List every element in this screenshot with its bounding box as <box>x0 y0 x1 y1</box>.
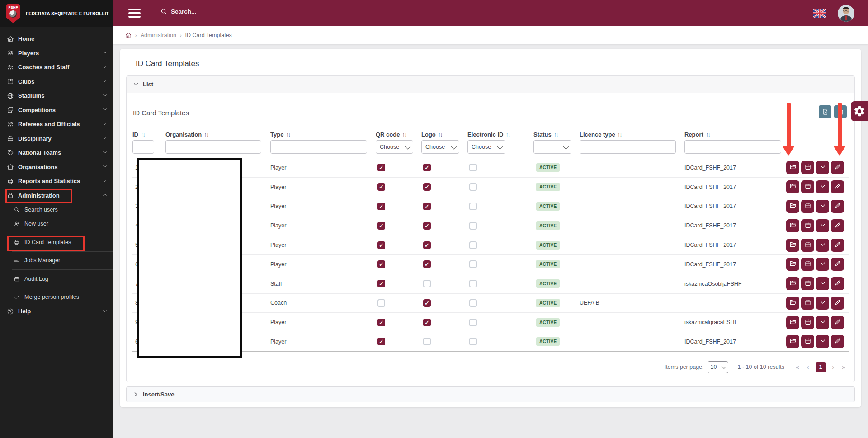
calendar-button[interactable] <box>801 239 814 252</box>
sidebar-item-disciplinary[interactable]: Disciplinary <box>0 132 113 146</box>
edit-template-button[interactable] <box>831 239 844 252</box>
calendar-button[interactable] <box>801 277 814 290</box>
search-input[interactable] <box>171 8 243 15</box>
list-section-header[interactable]: List <box>127 76 854 93</box>
sort-icon[interactable]: ↑↓ <box>286 132 290 138</box>
checked-checkbox-qr[interactable]: ✓ <box>377 241 385 249</box>
unchecked-checkbox-eid[interactable] <box>469 299 477 307</box>
column-header-id[interactable]: ID↑↓ <box>132 131 165 138</box>
insert-save-section[interactable]: Insert/Save <box>126 386 855 402</box>
language-flag-uk[interactable] <box>813 9 826 18</box>
calendar-button[interactable] <box>801 161 814 174</box>
calendar-button[interactable] <box>801 258 814 271</box>
open-template-button[interactable] <box>786 219 799 232</box>
sidebar-item-stadiums[interactable]: Stadiums <box>0 89 113 103</box>
checked-checkbox-qr[interactable]: ✓ <box>377 183 385 191</box>
filter-select-eid[interactable]: Choose <box>467 140 505 154</box>
column-header-type[interactable]: Type↑↓ <box>270 131 376 138</box>
filter-input-organisation[interactable] <box>165 140 261 154</box>
checked-checkbox-qr[interactable]: ✓ <box>377 338 385 345</box>
open-template-button[interactable] <box>786 277 799 290</box>
first-page-button[interactable]: « <box>794 363 801 371</box>
checked-checkbox-logo[interactable]: ✓ <box>423 260 431 268</box>
checked-checkbox-qr[interactable]: ✓ <box>377 260 385 268</box>
column-header-report[interactable]: Report↑↓ <box>684 131 784 138</box>
sort-icon[interactable]: ↑↓ <box>618 132 622 138</box>
expand-row-button[interactable] <box>816 200 829 213</box>
next-page-button[interactable]: › <box>831 363 836 371</box>
filter-select-logo[interactable]: Choose <box>421 140 459 154</box>
open-template-button[interactable] <box>786 297 799 310</box>
checked-checkbox-qr[interactable]: ✓ <box>377 203 385 210</box>
unchecked-checkbox-logo[interactable] <box>423 338 431 345</box>
open-template-button[interactable] <box>786 200 799 213</box>
unchecked-checkbox-eid[interactable] <box>469 338 477 345</box>
unchecked-checkbox-eid[interactable] <box>469 241 477 249</box>
expand-row-button[interactable] <box>816 239 829 252</box>
calendar-button[interactable] <box>801 335 814 348</box>
checked-checkbox-qr[interactable]: ✓ <box>377 222 385 230</box>
sort-icon[interactable]: ↑↓ <box>402 132 406 138</box>
unchecked-checkbox-eid[interactable] <box>469 164 477 171</box>
edit-template-button[interactable] <box>831 335 844 348</box>
filter-input-report[interactable] <box>684 140 781 154</box>
items-per-page-select[interactable]: 10 <box>708 361 728 373</box>
expand-row-button[interactable] <box>816 277 829 290</box>
last-page-button[interactable]: » <box>840 363 847 371</box>
calendar-button[interactable] <box>801 297 814 310</box>
hamburger-menu-icon[interactable] <box>128 7 141 20</box>
sidebar-item-clubs[interactable]: Clubs <box>0 75 113 89</box>
checked-checkbox-logo[interactable]: ✓ <box>423 203 431 210</box>
sidebar-item-competitions[interactable]: Competitions <box>0 103 113 118</box>
open-template-button[interactable] <box>786 316 799 329</box>
edit-template-button[interactable] <box>831 200 844 213</box>
checked-checkbox-logo[interactable]: ✓ <box>423 241 431 249</box>
column-header-licence[interactable]: Licence type↑↓ <box>580 131 684 138</box>
unchecked-checkbox-eid[interactable] <box>469 222 477 230</box>
unchecked-checkbox-eid[interactable] <box>469 183 477 191</box>
edit-template-button[interactable] <box>831 277 844 290</box>
current-page-button[interactable]: 1 <box>816 362 826 372</box>
unchecked-checkbox-eid[interactable] <box>469 203 477 210</box>
column-header-status[interactable]: Status↑↓ <box>533 131 580 138</box>
calendar-button[interactable] <box>801 200 814 213</box>
unchecked-checkbox-eid[interactable] <box>469 319 477 326</box>
expand-row-button[interactable] <box>816 335 829 348</box>
sidebar-item-coaches-and-staff[interactable]: Coaches and Staff <box>0 60 113 75</box>
filter-input-licence[interactable] <box>580 140 676 154</box>
sidebar-item-players[interactable]: Players <box>0 46 113 61</box>
checked-checkbox-logo[interactable]: ✓ <box>423 222 431 230</box>
breadcrumb-home-icon[interactable] <box>125 32 132 38</box>
column-header-eid[interactable]: Electronic ID↑↓ <box>467 131 533 138</box>
checked-checkbox-logo[interactable]: ✓ <box>423 299 431 307</box>
checked-checkbox-logo[interactable]: ✓ <box>423 319 431 326</box>
calendar-button[interactable] <box>801 219 814 232</box>
open-template-button[interactable] <box>786 258 799 271</box>
sort-icon[interactable]: ↑↓ <box>438 132 442 138</box>
sort-icon[interactable]: ↑↓ <box>204 132 208 138</box>
settings-gear-button[interactable] <box>851 101 868 121</box>
sort-icon[interactable]: ↑↓ <box>554 132 558 138</box>
edit-template-button[interactable] <box>831 219 844 232</box>
filter-select-status[interactable] <box>533 140 571 154</box>
edit-template-button[interactable] <box>831 316 844 329</box>
sidebar-item-audit-log[interactable]: Audit Log <box>0 272 113 286</box>
filter-select-qr[interactable]: Choose <box>376 140 413 154</box>
sort-icon[interactable]: ↑↓ <box>141 132 145 138</box>
sidebar-item-reports-and-statistics[interactable]: Reports and Statistics <box>0 174 113 188</box>
expand-row-button[interactable] <box>816 297 829 310</box>
prev-page-button[interactable]: ‹ <box>806 363 811 371</box>
edit-template-button[interactable] <box>831 297 844 310</box>
checked-checkbox-logo[interactable]: ✓ <box>423 164 431 171</box>
unchecked-checkbox-eid[interactable] <box>469 280 477 287</box>
column-header-qr[interactable]: QR code↑↓ <box>376 131 421 138</box>
sidebar-item-merge-person-profiles[interactable]: Merge person profiles <box>0 290 113 305</box>
filter-input-type[interactable] <box>270 140 367 154</box>
unchecked-checkbox-eid[interactable] <box>469 260 477 268</box>
sort-icon[interactable]: ↑↓ <box>505 132 509 138</box>
edit-template-button[interactable] <box>831 161 844 174</box>
edit-template-button[interactable] <box>831 258 844 271</box>
expand-row-button[interactable] <box>816 219 829 232</box>
unchecked-checkbox-qr[interactable] <box>377 299 385 307</box>
sidebar-item-organisations[interactable]: Organisations <box>0 160 113 174</box>
